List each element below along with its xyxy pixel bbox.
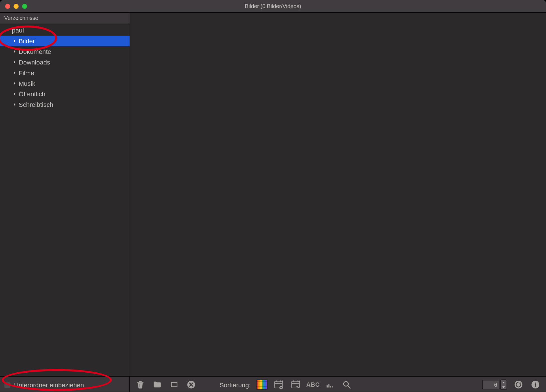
sort-name-icon[interactable]: ABC [307, 379, 318, 390]
window-controls [5, 4, 27, 9]
fullscreen-icon[interactable] [169, 379, 180, 390]
cancel-icon[interactable] [186, 379, 196, 390]
titlebar: Bilder (0 Bilder/Videos) [0, 0, 546, 13]
sidebar-footer: Unterordner einbeziehen [0, 377, 130, 392]
svg-rect-1 [172, 383, 177, 386]
folder-label: Filme [19, 69, 34, 77]
window-body: Verzeichnisse paulBilderDokumenteDownloa… [0, 13, 546, 376]
folder-row-downloads[interactable]: Downloads [0, 57, 130, 68]
bottom-toolbar: Unterordner einbeziehen Sortierung: [0, 376, 546, 392]
minimize-icon[interactable] [13, 4, 18, 9]
sort-date-taken-icon[interactable] [274, 379, 284, 390]
folder-label: Öffentlich [19, 90, 45, 98]
folder-tree: paulBilderDokumenteDownloadsFilmeMusikÖf… [0, 24, 130, 376]
svg-rect-13 [327, 385, 328, 388]
window-title: Bilder (0 Bilder/Videos) [0, 3, 546, 10]
chevron-right-icon[interactable] [12, 91, 17, 96]
include-subfolders-checkbox[interactable] [4, 381, 11, 388]
sidebar: Verzeichnisse paulBilderDokumenteDownloa… [0, 13, 130, 376]
folder-row-musik[interactable]: Musik [0, 78, 130, 89]
app-window: Bilder (0 Bilder/Videos) Verzeichnisse p… [0, 0, 546, 392]
folder-label: paul [12, 27, 24, 34]
folder-row-öffentlich[interactable]: Öffentlich [0, 89, 130, 99]
zoom-icon[interactable] [22, 4, 27, 9]
chevron-right-icon[interactable] [12, 38, 17, 43]
chevron-down-icon[interactable] [5, 28, 10, 33]
thumb-size-field [482, 380, 507, 390]
search-icon[interactable] [341, 379, 352, 390]
thumb-size-stepper[interactable] [500, 380, 507, 390]
sort-size-icon[interactable] [325, 379, 336, 390]
folder-label: Bilder [19, 37, 35, 45]
chevron-right-icon[interactable] [12, 102, 17, 107]
folder-label: Schreibtisch [19, 101, 54, 108]
trash-icon[interactable] [135, 379, 146, 390]
folder-row-filme[interactable]: Filme [0, 67, 130, 78]
thumbnail-area[interactable] [130, 13, 546, 376]
svg-point-21 [535, 382, 536, 384]
folder-row-paul[interactable]: paul [0, 25, 130, 36]
chevron-right-icon[interactable] [12, 81, 17, 86]
thumb-size-input[interactable] [482, 380, 499, 389]
include-subfolders-label: Unterordner einbeziehen [14, 381, 84, 388]
svg-rect-15 [330, 386, 331, 388]
chevron-right-icon[interactable] [12, 49, 17, 54]
info-icon[interactable] [530, 379, 541, 390]
sort-grid-icon[interactable] [257, 379, 268, 390]
svg-rect-16 [332, 386, 333, 388]
refresh-icon[interactable] [513, 379, 524, 390]
svg-point-8 [281, 387, 282, 388]
folder-label: Dokumente [19, 48, 51, 55]
svg-rect-22 [535, 384, 536, 387]
chevron-right-icon[interactable] [12, 59, 17, 64]
folder-row-dokumente[interactable]: Dokumente [0, 46, 130, 57]
main-footer: Sortierung: ABC [130, 379, 546, 390]
close-icon[interactable] [5, 4, 10, 9]
folder-label: Musik [19, 80, 35, 87]
folder-label: Downloads [19, 59, 50, 66]
folder-icon[interactable] [152, 379, 163, 390]
sort-date-modified-icon[interactable] [291, 379, 302, 390]
svg-point-17 [344, 382, 349, 386]
folder-row-schreibtisch[interactable]: Schreibtisch [0, 99, 130, 110]
folder-row-bilder[interactable]: Bilder [0, 36, 130, 46]
sidebar-header: Verzeichnisse [0, 13, 130, 24]
sort-label: Sortierung: [219, 381, 251, 388]
svg-rect-14 [328, 384, 330, 388]
svg-line-18 [348, 386, 350, 388]
chevron-right-icon[interactable] [12, 70, 17, 75]
